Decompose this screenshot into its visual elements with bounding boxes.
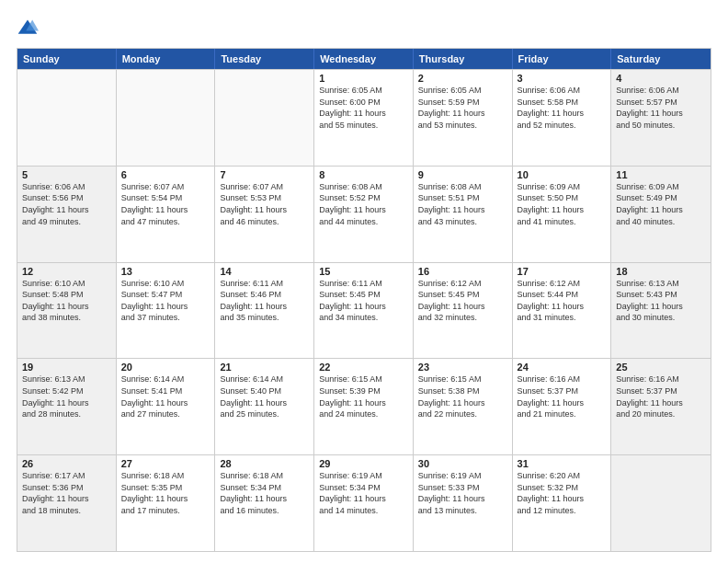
day-cell-8: 8Sunrise: 6:08 AMSunset: 5:52 PMDaylight… — [314, 167, 414, 262]
day-number: 1 — [319, 73, 408, 84]
day-number: 12 — [22, 266, 111, 277]
day-cell-5: 5Sunrise: 6:06 AMSunset: 5:56 PMDaylight… — [17, 167, 117, 262]
header — [17, 17, 711, 39]
day-cell-24: 24Sunrise: 6:16 AMSunset: 5:37 PMDayligh… — [513, 359, 612, 454]
day-cell-26: 26Sunrise: 6:17 AMSunset: 5:36 PMDayligh… — [17, 455, 117, 551]
day-info: Sunrise: 6:07 AMSunset: 5:54 PMDaylight:… — [121, 181, 210, 227]
day-cell-16: 16Sunrise: 6:12 AMSunset: 5:45 PMDayligh… — [414, 263, 513, 359]
day-cell-31: 31Sunrise: 6:20 AMSunset: 5:32 PMDayligh… — [513, 455, 612, 551]
day-info: Sunrise: 6:13 AMSunset: 5:42 PMDaylight:… — [22, 373, 111, 419]
day-info: Sunrise: 6:06 AMSunset: 5:57 PMDaylight:… — [616, 85, 706, 131]
calendar-header: SundayMondayTuesdayWednesdayThursdayFrid… — [17, 49, 711, 69]
empty-cell-0-2 — [215, 70, 314, 166]
day-info: Sunrise: 6:19 AMSunset: 5:34 PMDaylight:… — [319, 470, 408, 516]
day-info: Sunrise: 6:08 AMSunset: 5:52 PMDaylight:… — [319, 181, 408, 227]
weekday-header-saturday: Saturday — [611, 49, 711, 69]
weekday-header-sunday: Sunday — [17, 49, 117, 69]
day-cell-3: 3Sunrise: 6:06 AMSunset: 5:58 PMDaylight… — [513, 70, 612, 166]
page: SundayMondayTuesdayWednesdayThursdayFrid… — [0, 0, 728, 563]
day-cell-17: 17Sunrise: 6:12 AMSunset: 5:44 PMDayligh… — [513, 263, 612, 359]
day-number: 25 — [616, 362, 706, 373]
day-info: Sunrise: 6:05 AMSunset: 6:00 PMDaylight:… — [319, 85, 408, 131]
day-info: Sunrise: 6:11 AMSunset: 5:46 PMDaylight:… — [220, 278, 309, 324]
day-cell-1: 1Sunrise: 6:05 AMSunset: 6:00 PMDaylight… — [314, 70, 414, 166]
day-cell-22: 22Sunrise: 6:15 AMSunset: 5:39 PMDayligh… — [314, 359, 414, 454]
day-number: 11 — [616, 169, 706, 180]
day-info: Sunrise: 6:09 AMSunset: 5:50 PMDaylight:… — [518, 181, 607, 227]
day-cell-10: 10Sunrise: 6:09 AMSunset: 5:50 PMDayligh… — [513, 167, 612, 262]
day-number: 24 — [518, 362, 607, 373]
day-info: Sunrise: 6:18 AMSunset: 5:34 PMDaylight:… — [220, 470, 309, 516]
day-cell-25: 25Sunrise: 6:16 AMSunset: 5:37 PMDayligh… — [611, 359, 711, 454]
day-cell-21: 21Sunrise: 6:14 AMSunset: 5:40 PMDayligh… — [215, 359, 314, 454]
empty-cell-0-0 — [17, 70, 117, 166]
day-cell-12: 12Sunrise: 6:10 AMSunset: 5:48 PMDayligh… — [17, 263, 117, 359]
calendar-row-1: 5Sunrise: 6:06 AMSunset: 5:56 PMDaylight… — [17, 166, 711, 262]
day-number: 26 — [22, 458, 111, 469]
day-cell-19: 19Sunrise: 6:13 AMSunset: 5:42 PMDayligh… — [17, 359, 117, 454]
day-info: Sunrise: 6:07 AMSunset: 5:53 PMDaylight:… — [220, 181, 309, 227]
day-number: 3 — [518, 73, 607, 84]
day-number: 18 — [616, 266, 706, 277]
day-cell-7: 7Sunrise: 6:07 AMSunset: 5:53 PMDaylight… — [215, 167, 314, 262]
day-info: Sunrise: 6:12 AMSunset: 5:44 PMDaylight:… — [518, 278, 607, 324]
day-info: Sunrise: 6:15 AMSunset: 5:39 PMDaylight:… — [319, 373, 408, 419]
day-number: 30 — [418, 458, 507, 469]
day-info: Sunrise: 6:17 AMSunset: 5:36 PMDaylight:… — [22, 470, 111, 516]
day-info: Sunrise: 6:05 AMSunset: 5:59 PMDaylight:… — [418, 85, 507, 131]
day-number: 2 — [418, 73, 507, 84]
day-number: 27 — [121, 458, 210, 469]
day-number: 15 — [319, 266, 408, 277]
empty-cell-4-6 — [611, 455, 711, 551]
weekday-header-monday: Monday — [117, 49, 216, 69]
day-cell-27: 27Sunrise: 6:18 AMSunset: 5:35 PMDayligh… — [117, 455, 216, 551]
day-cell-4: 4Sunrise: 6:06 AMSunset: 5:57 PMDaylight… — [611, 70, 711, 166]
calendar: SundayMondayTuesdayWednesdayThursdayFrid… — [17, 48, 711, 552]
day-number: 14 — [220, 266, 309, 277]
day-info: Sunrise: 6:06 AMSunset: 5:58 PMDaylight:… — [518, 85, 607, 131]
day-number: 5 — [22, 169, 111, 180]
day-info: Sunrise: 6:16 AMSunset: 5:37 PMDaylight:… — [518, 373, 607, 419]
weekday-header-wednesday: Wednesday — [314, 49, 414, 69]
day-number: 4 — [616, 73, 706, 84]
day-number: 20 — [121, 362, 210, 373]
day-cell-18: 18Sunrise: 6:13 AMSunset: 5:43 PMDayligh… — [611, 263, 711, 359]
day-number: 8 — [319, 169, 408, 180]
day-number: 16 — [418, 266, 507, 277]
day-cell-20: 20Sunrise: 6:14 AMSunset: 5:41 PMDayligh… — [117, 359, 216, 454]
day-number: 9 — [418, 169, 507, 180]
day-number: 10 — [518, 169, 607, 180]
day-info: Sunrise: 6:18 AMSunset: 5:35 PMDaylight:… — [121, 470, 210, 516]
day-info: Sunrise: 6:10 AMSunset: 5:48 PMDaylight:… — [22, 278, 111, 324]
day-number: 31 — [518, 458, 607, 469]
day-number: 28 — [220, 458, 309, 469]
day-cell-11: 11Sunrise: 6:09 AMSunset: 5:49 PMDayligh… — [611, 167, 711, 262]
day-cell-29: 29Sunrise: 6:19 AMSunset: 5:34 PMDayligh… — [314, 455, 414, 551]
day-info: Sunrise: 6:11 AMSunset: 5:45 PMDaylight:… — [319, 278, 408, 324]
day-cell-30: 30Sunrise: 6:19 AMSunset: 5:33 PMDayligh… — [414, 455, 513, 551]
day-info: Sunrise: 6:14 AMSunset: 5:41 PMDaylight:… — [121, 373, 210, 419]
logo-icon — [17, 17, 39, 39]
day-info: Sunrise: 6:14 AMSunset: 5:40 PMDaylight:… — [220, 373, 309, 419]
calendar-row-3: 19Sunrise: 6:13 AMSunset: 5:42 PMDayligh… — [17, 358, 711, 454]
day-cell-28: 28Sunrise: 6:18 AMSunset: 5:34 PMDayligh… — [215, 455, 314, 551]
calendar-body: 1Sunrise: 6:05 AMSunset: 6:00 PMDaylight… — [17, 69, 711, 551]
day-info: Sunrise: 6:20 AMSunset: 5:32 PMDaylight:… — [518, 470, 607, 516]
day-cell-23: 23Sunrise: 6:15 AMSunset: 5:38 PMDayligh… — [414, 359, 513, 454]
day-info: Sunrise: 6:13 AMSunset: 5:43 PMDaylight:… — [616, 278, 706, 324]
weekday-header-friday: Friday — [513, 49, 612, 69]
day-cell-2: 2Sunrise: 6:05 AMSunset: 5:59 PMDaylight… — [414, 70, 513, 166]
day-number: 19 — [22, 362, 111, 373]
day-info: Sunrise: 6:15 AMSunset: 5:38 PMDaylight:… — [418, 373, 507, 419]
day-number: 23 — [418, 362, 507, 373]
day-number: 17 — [518, 266, 607, 277]
day-cell-15: 15Sunrise: 6:11 AMSunset: 5:45 PMDayligh… — [314, 263, 414, 359]
day-number: 22 — [319, 362, 408, 373]
day-number: 21 — [220, 362, 309, 373]
calendar-row-0: 1Sunrise: 6:05 AMSunset: 6:00 PMDaylight… — [17, 69, 711, 166]
day-info: Sunrise: 6:16 AMSunset: 5:37 PMDaylight:… — [616, 373, 706, 419]
day-cell-9: 9Sunrise: 6:08 AMSunset: 5:51 PMDaylight… — [414, 167, 513, 262]
day-number: 7 — [220, 169, 309, 180]
day-info: Sunrise: 6:08 AMSunset: 5:51 PMDaylight:… — [418, 181, 507, 227]
weekday-header-thursday: Thursday — [414, 49, 513, 69]
